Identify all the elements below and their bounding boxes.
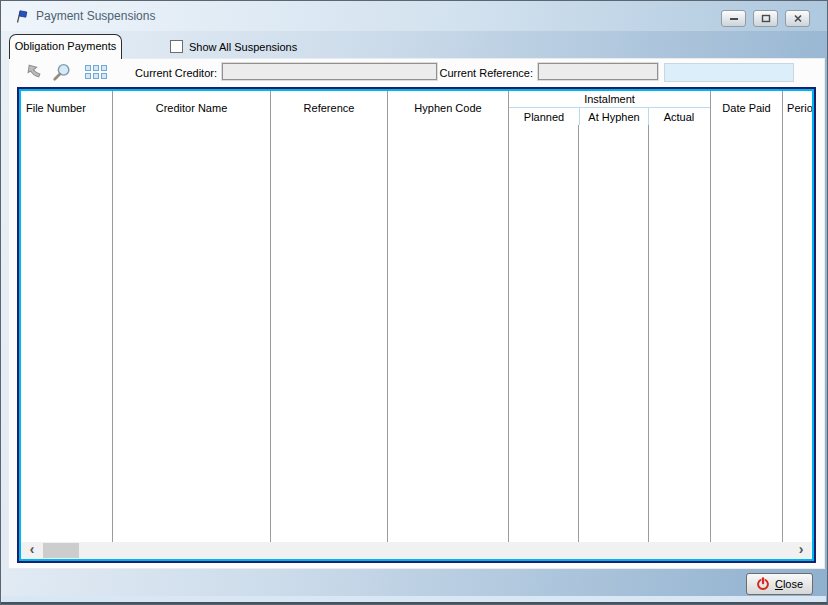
scroll-right-arrow[interactable]: ›	[792, 542, 810, 559]
group-header-instalment: Instalment	[509, 91, 710, 108]
quick-filter-field[interactable]	[664, 63, 794, 82]
app-icon	[14, 9, 29, 24]
current-creditor-field[interactable]	[222, 63, 437, 80]
column-header-reference: Reference	[271, 91, 388, 125]
column-header-date-paid: Date Paid	[711, 91, 783, 125]
current-creditor-label: Current Creditor:	[119, 67, 217, 79]
payments-grid: File Number Creditor Name Reference Hyph…	[17, 87, 816, 563]
pointer-icon[interactable]	[25, 62, 44, 81]
column-group-instalment: Instalment Planned At Hyphen Actual	[509, 91, 711, 125]
scrollbar-thumb[interactable]	[43, 543, 79, 558]
current-reference-label: Current Reference:	[433, 67, 533, 79]
column-header-actual: Actual	[648, 108, 709, 125]
minimize-button[interactable]	[721, 10, 746, 27]
grid-body-empty	[21, 125, 812, 543]
grid-view-icon[interactable]	[85, 65, 107, 79]
column-header-file-number: File Number	[21, 91, 113, 125]
titlebar: Payment Suspensions	[1, 1, 827, 31]
payment-suspensions-window: Payment Suspensions Obligation Payments …	[0, 0, 828, 605]
window-frame-edge	[1, 602, 827, 604]
current-reference-field[interactable]	[538, 63, 658, 80]
checkbox-label: Show All Suspensions	[189, 41, 297, 53]
close-button[interactable]: Close	[746, 573, 813, 595]
column-header-at-hyphen: At Hyphen	[579, 108, 648, 125]
close-icon	[793, 14, 803, 23]
power-icon	[756, 577, 770, 591]
column-header-hyphen-code: Hyphen Code	[388, 91, 509, 125]
maximize-icon	[761, 14, 771, 23]
column-header-planned: Planned	[509, 108, 579, 125]
scroll-left-arrow[interactable]: ‹	[23, 542, 41, 559]
close-window-button[interactable]	[785, 10, 810, 27]
checkbox-box[interactable]	[170, 40, 183, 53]
content-panel: Current Creditor: Current Reference: Fil…	[9, 59, 824, 568]
maximize-button[interactable]	[753, 10, 778, 27]
show-all-suspensions-checkbox[interactable]: Show All Suspensions	[170, 40, 297, 53]
grid-header: File Number Creditor Name Reference Hyph…	[21, 91, 812, 125]
horizontal-scrollbar[interactable]: ‹ ›	[21, 542, 812, 559]
close-button-label: Close	[775, 578, 803, 590]
tab-obligation-payments[interactable]: Obligation Payments	[9, 34, 122, 59]
search-icon[interactable]	[51, 62, 72, 83]
window-title: Payment Suspensions	[36, 9, 155, 23]
column-header-period: Period	[783, 91, 814, 125]
minimize-icon	[729, 14, 739, 23]
column-header-creditor-name: Creditor Name	[113, 91, 271, 125]
